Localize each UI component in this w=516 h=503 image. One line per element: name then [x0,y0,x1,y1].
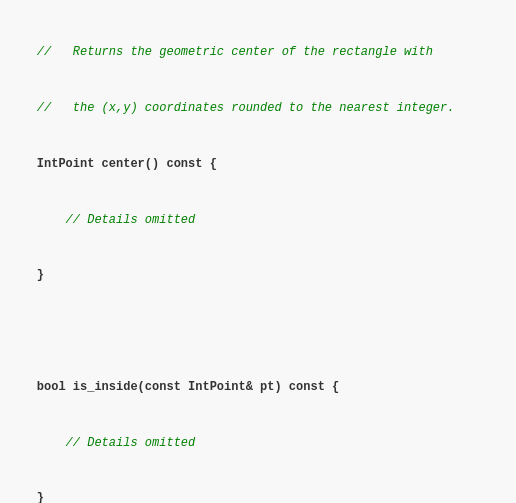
comment-text: // the (x,y) coordinates rounded to the … [8,101,454,115]
line-9: } [8,489,508,503]
code-text: IntPoint center() const { [8,157,217,171]
line-4: // Details omitted [8,211,508,230]
comment-text: // Returns the geometric center of the r… [8,45,433,59]
line-6 [8,322,508,341]
comment-text: // Details omitted [8,436,195,450]
code-text: } [8,491,44,503]
line-2: // the (x,y) coordinates rounded to the … [8,99,508,118]
code-text: bool is_inside(const IntPoint& pt) const… [8,380,339,394]
code-text: } [8,268,44,282]
line-8: // Details omitted [8,434,508,453]
comment-text: // Details omitted [8,213,195,227]
code-block: // Returns the geometric center of the r… [0,0,516,503]
line-3: IntPoint center() const { [8,155,508,174]
line-7: bool is_inside(const IntPoint& pt) const… [8,378,508,397]
line-5: } [8,266,508,285]
line-1: // Returns the geometric center of the r… [8,43,508,62]
